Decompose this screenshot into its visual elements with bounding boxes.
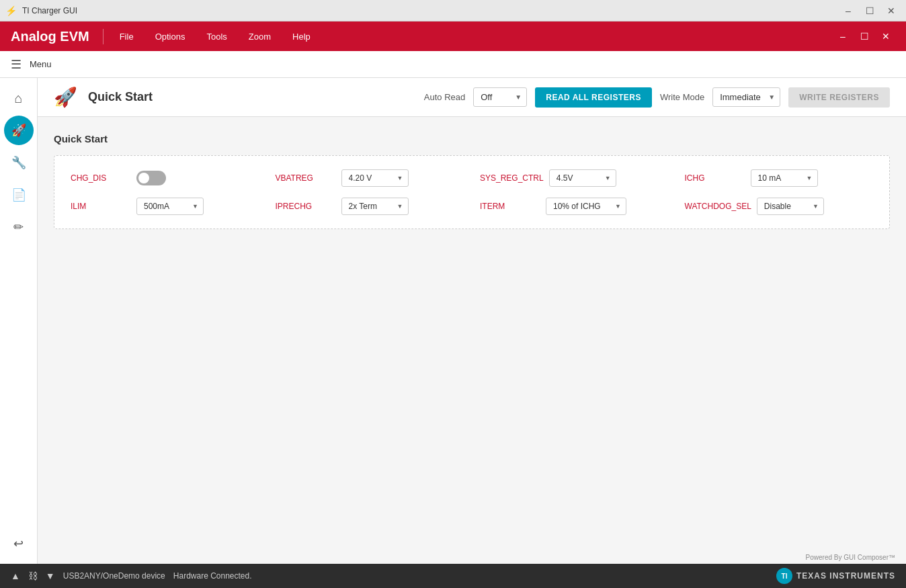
page-header-icon: 🚀 [54,86,77,108]
vbatreg-label: VBATREG [276,173,336,183]
content-area: 🚀 Quick Start Auto Read Off 100ms 500ms … [38,78,906,564]
titlebar-maximize-button[interactable]: ☐ [860,1,879,20]
register-group-iprechg: IPRECHG 1x Term 2x Term 3x Term ▼ [276,198,481,215]
toggle-thumb [138,173,149,183]
watchdog-sel-select[interactable]: Disable 40s 80s 160s [757,198,824,215]
register-group-ichg: ICHG 10 mA 50 mA 100 mA 500 mA ▼ [685,169,874,187]
chg-dis-label: CHG_DIS [71,173,131,183]
connection-status: Hardware Connected. [173,571,252,581]
ilim-select-wrapper: 100mA 200mA 500mA 1A ▼ [136,198,204,215]
app-title: Analog EVM [11,29,104,44]
read-all-registers-button[interactable]: READ ALL REGISTERS [535,87,652,108]
ichg-select-wrapper: 10 mA 50 mA 100 mA 500 mA ▼ [751,169,818,187]
ichg-label: ICHG [685,173,745,183]
home-icon: ⌂ [14,91,22,106]
iprechg-label: IPRECHG [276,202,336,211]
titlebar-close-button[interactable]: ✕ [882,1,901,20]
sys-reg-ctrl-select-wrapper: 3.5V 4.0V 4.5V 5.0V ▼ [549,169,616,187]
iterm-select-wrapper: 5% of ICHG 10% of ICHG 20% of ICHG ▼ [546,198,626,215]
auto-read-select[interactable]: Off 100ms 500ms 1s [473,87,527,107]
write-registers-button: WRITE REGISTERS [788,87,890,108]
register-row-1: CHG_DIS VBATREG 4.00 V [71,169,873,187]
page-title: Quick Start [88,90,413,104]
iterm-label: ITERM [480,202,540,211]
menu-file[interactable]: File [109,26,145,47]
sys-reg-ctrl-label: SYS_REG_CTRL [480,173,544,183]
watchdog-sel-select-wrapper: Disable 40s 80s 160s ▼ [757,198,824,215]
toolbar: ☰ Menu [0,51,906,78]
write-mode-wrapper: Immediate Deferred ▼ [712,87,780,107]
page-content: Quick Start CHG_DIS [38,117,906,564]
logout-icon: ↩ [13,536,24,551]
rocket-icon: 🚀 [11,123,26,138]
menu-options[interactable]: Options [145,26,196,47]
iprechg-select-wrapper: 1x Term 2x Term 3x Term ▼ [341,198,409,215]
menu-zoom[interactable]: Zoom [238,26,282,47]
page-header: 🚀 Quick Start Auto Read Off 100ms 500ms … [38,78,906,117]
ti-logo-icon: TI [776,568,792,584]
iprechg-select[interactable]: 1x Term 2x Term 3x Term [341,198,409,215]
title-bar: ⚡ TI Charger GUI – ☐ ✕ [0,0,906,22]
sidebar-item-home[interactable]: ⌂ [4,83,34,113]
menubar-minimize-button[interactable]: – [833,27,852,46]
pencil-icon: ✏ [13,220,24,235]
register-group-watchdog-sel: WATCHDOG_SEL Disable 40s 80s 160s ▼ [685,198,874,215]
status-right: TI TEXAS INSTRUMENTS [776,568,895,584]
status-arrow-down-icon[interactable]: ▼ [46,571,55,581]
main-layout: ⌂ 🚀 🔧 📄 ✏ ↩ 🚀 Quick Start Auto Read [0,78,906,564]
register-row-2: ILIM 100mA 200mA 500mA 1A ▼ [71,198,873,215]
app-icon: ⚡ [5,5,17,16]
write-mode-label: Write Mode [660,92,704,102]
iterm-select[interactable]: 5% of ICHG 10% of ICHG 20% of ICHG [546,198,626,215]
vbatreg-select-wrapper: 4.00 V 4.10 V 4.20 V 4.35 V ▼ [341,169,409,187]
status-arrow-up-icon[interactable]: ▲ [11,571,20,581]
powered-by-text: Powered By GUI Composer™ [806,554,895,561]
toggle-track [136,171,166,185]
section-title: Quick Start [54,133,890,144]
sidebar-item-quickstart[interactable]: 🚀 [4,116,34,145]
sidebar-item-diagnostics[interactable]: 🔧 [4,148,34,177]
write-mode-select[interactable]: Immediate Deferred [712,87,780,107]
ti-logo: TI TEXAS INSTRUMENTS [776,568,895,584]
wrench-icon: 🔧 [11,155,26,170]
register-group-sys-reg-ctrl: SYS_REG_CTRL 3.5V 4.0V 4.5V 5.0V ▼ [480,169,685,187]
chg-dis-toggle[interactable] [136,171,166,185]
sys-reg-ctrl-select[interactable]: 3.5V 4.0V 4.5V 5.0V [549,169,616,187]
header-controls: Auto Read Off 100ms 500ms 1s ▼ READ ALL … [424,87,890,108]
register-group-ilim: ILIM 100mA 200mA 500mA 1A ▼ [71,198,276,215]
menubar-close-button[interactable]: ✕ [876,27,895,46]
menu-label: Menu [30,59,52,69]
watchdog-sel-label: WATCHDOG_SEL [685,202,751,211]
menu-tools[interactable]: Tools [196,26,237,47]
ilim-select[interactable]: 100mA 200mA 500mA 1A [136,198,204,215]
sidebar-item-edit[interactable]: ✏ [4,212,34,242]
menubar-maximize-button[interactable]: ☐ [855,27,874,46]
ti-company-name: TEXAS INSTRUMENTS [796,571,895,581]
register-group-chg-dis: CHG_DIS [71,171,276,185]
sidebar: ⌂ 🚀 🔧 📄 ✏ ↩ [0,78,38,564]
register-card: CHG_DIS VBATREG 4.00 V [54,155,890,229]
vbatreg-select[interactable]: 4.00 V 4.10 V 4.20 V 4.35 V [341,169,409,187]
status-bar: ▲ ⛓ ▼ USB2ANY/OneDemo device Hardware Co… [0,564,906,588]
menu-help[interactable]: Help [282,26,321,47]
document-icon: 📄 [11,187,26,202]
menu-bar: Analog EVM File Options Tools Zoom Help … [0,22,906,51]
register-group-iterm: ITERM 5% of ICHG 10% of ICHG 20% of ICHG… [480,198,685,215]
sidebar-item-registers[interactable]: 📄 [4,180,34,210]
ilim-label: ILIM [71,202,131,211]
sidebar-item-logout[interactable]: ↩ [4,529,34,558]
auto-read-label: Auto Read [424,92,465,102]
register-group-vbatreg: VBATREG 4.00 V 4.10 V 4.20 V 4.35 V ▼ [276,169,481,187]
titlebar-minimize-button[interactable]: – [839,1,858,20]
auto-read-wrapper: Off 100ms 500ms 1s ▼ [473,87,527,107]
ichg-select[interactable]: 10 mA 50 mA 100 mA 500 mA [751,169,818,187]
status-link-icon[interactable]: ⛓ [28,571,38,581]
device-label: USB2ANY/OneDemo device [63,571,165,581]
hamburger-icon[interactable]: ☰ [11,57,22,72]
title-bar-title: TI Charger GUI [22,6,77,15]
